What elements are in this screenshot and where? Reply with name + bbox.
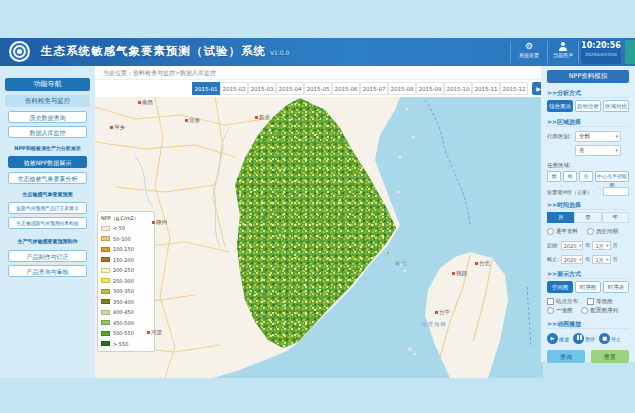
timeline-month[interactable]: 2015-09 <box>416 82 444 95</box>
display-mode-buttons: 空间图 时序图 时序表 <box>547 281 629 293</box>
timeline-month[interactable]: 2015-04 <box>276 82 304 95</box>
start-year-select[interactable]: 2020▾ <box>561 241 584 250</box>
city-marker <box>152 221 155 224</box>
app-header: 生态系统敏感气象要素预测（试验）系统V1.0.0 ⚙ 系统设置 当前用户 10:… <box>0 38 635 66</box>
chevron-down-icon: ▾ <box>615 132 618 141</box>
radio-yearly-data[interactable]: 逐年资料 <box>547 228 578 234</box>
end-year-select[interactable]: 2020▾ <box>561 255 584 264</box>
analysis-compare-button[interactable]: 区域对比 <box>603 100 629 112</box>
map-svg <box>95 97 543 378</box>
radio-map-sequence[interactable]: 配置图序列 <box>581 307 618 313</box>
display-mode-heading: >>展示方式 <box>547 269 629 279</box>
timeline-month[interactable]: 2015-06 <box>332 82 360 95</box>
city-marker <box>185 119 188 122</box>
city-marker <box>435 311 438 314</box>
timeline-month[interactable]: 2015-10 <box>444 82 472 95</box>
time-series-chart-button[interactable]: 时序图 <box>575 281 601 293</box>
timeline-month[interactable]: 2015-11 <box>472 82 500 95</box>
nav-section-sensitive-forecast: 生态敏感气象要素预测 <box>5 190 90 198</box>
timeline-month[interactable]: 2015-03 <box>248 82 276 95</box>
start-date-row: 起始: 2020▾ 年 1月▾ 月 <box>547 240 629 250</box>
breadcrumb-text: 当前位置：资料检查与监控>数据入库监控 <box>103 69 216 76</box>
timeline-month[interactable]: 2015-02 <box>220 82 248 95</box>
month-unit: 月 <box>613 240 618 250</box>
start-month-select[interactable]: 1月▾ <box>592 241 610 250</box>
city-label: 台中 <box>435 309 450 315</box>
settings-button[interactable]: ⚙ 系统设置 <box>510 41 548 63</box>
chevron-down-icon: ▾ <box>615 146 618 155</box>
play-icon: ▶ <box>547 333 558 344</box>
legend-entry: 250-300 <box>101 276 151 287</box>
radio-history-period[interactable]: 历史同期 <box>587 228 618 234</box>
nav-item-product-edit[interactable]: 产品制作与订正 <box>8 250 87 262</box>
draw-polygon-button[interactable]: 面 <box>547 171 561 182</box>
buffer-radius-input[interactable] <box>603 187 629 196</box>
animation-play-button[interactable]: ▶ 播放 <box>547 333 569 344</box>
end-label: 截止: <box>547 254 559 264</box>
legend-entry: 500-550 <box>101 328 151 339</box>
time-select-heading: >>时间选择 <box>547 200 629 210</box>
animation-stop-button[interactable]: ■ 停止 <box>599 333 621 344</box>
app-title-text: 生态系统敏感气象要素预测（试验）系统 <box>41 44 266 58</box>
timeline-month[interactable]: 2015-08 <box>388 82 416 95</box>
start-label: 起始: <box>547 240 559 250</box>
map-canvas[interactable]: NPP（g.C/m2） < 50 50-100 100-150 150-200 … <box>95 97 543 378</box>
center-radius-button[interactable]: 中心点半径取图 <box>595 171 629 182</box>
date-display: 2020年4月25日 <box>581 52 621 58</box>
legend-swatch <box>101 226 110 231</box>
analysis-combined-button[interactable]: 综合展示 <box>547 100 573 112</box>
legend-swatch <box>101 331 110 336</box>
checkbox-isosurface[interactable]: 等值面 <box>587 298 613 304</box>
tab-year[interactable]: 年 <box>602 212 629 223</box>
city-label: 赣州 <box>152 219 167 225</box>
tab-month[interactable]: 月 <box>547 212 574 223</box>
animation-heading: >>动画播放 <box>547 319 629 329</box>
legend-entry: 350-400 <box>101 297 151 308</box>
draw-line-button[interactable]: 线 <box>563 171 577 182</box>
city-label: 南昌 <box>138 99 153 105</box>
nav-item-eco-weather-analysis[interactable]: 生态植被气象要素分析 <box>8 172 87 184</box>
time-series-table-button[interactable]: 时序表 <box>603 281 629 293</box>
timeline-month[interactable]: 2015-05 <box>304 82 332 95</box>
sea-label: 台湾海峡 <box>421 321 447 327</box>
nav-section-product-making: 生产气候敏感要素预测制作 <box>5 237 90 245</box>
custom-region-label: 任意区域: <box>547 162 571 168</box>
animation-pause-button[interactable]: 暂停 <box>573 333 595 344</box>
time-granularity-tabs: 月 季 年 <box>547 212 629 223</box>
reset-button[interactable]: 重置 <box>591 350 629 363</box>
timeline-month[interactable]: 2015-07 <box>360 82 388 95</box>
radio-single-map[interactable]: 一张图 <box>547 307 573 313</box>
end-date-row: 截止: 2020▾ 年 1月▾ 月 <box>547 254 629 264</box>
nav-title: 功能导航 <box>5 78 90 91</box>
nav-item-product-review[interactable]: 产品查询与审核 <box>8 265 87 277</box>
draw-point-button[interactable]: 点 <box>579 171 593 182</box>
nav-item-npp-display[interactable]: 植被NPP数据展示 <box>8 156 87 168</box>
nav-item-forecast-verification[interactable]: 生态敏感期气候预测结果检验 <box>8 217 87 229</box>
tab-quarter[interactable]: 季 <box>574 212 601 223</box>
panel-title: NPP资料模拟 <box>547 70 629 83</box>
timeline-month[interactable]: 2015-12 <box>500 82 528 95</box>
legend-swatch <box>101 320 110 325</box>
nav-item-ingest-monitor[interactable]: 数据入库监控 <box>8 126 87 138</box>
legend-swatch <box>101 247 110 252</box>
admin-region-select[interactable]: 全部▾ <box>575 131 621 142</box>
city-label: 新余 <box>255 114 270 120</box>
custom-region-row: 任意区域: <box>547 161 629 168</box>
header-edge-button[interactable] <box>625 40 635 64</box>
page-title: 生态系统敏感气象要素预测（试验）系统V1.0.0 <box>41 44 289 59</box>
legend-swatch <box>101 236 110 241</box>
checkbox-station-distribution[interactable]: 站点分布 <box>547 298 578 304</box>
nav-item-shortterm-correction[interactable]: 短期气候预测产品订正及展示 <box>8 202 87 214</box>
analysis-auto-button[interactable]: 自动分析 <box>575 100 601 112</box>
timeline-month[interactable]: 2015-01 <box>192 82 220 95</box>
nav-item-history-query[interactable]: 历史数据查询 <box>8 111 87 123</box>
legend-entry: 450-500 <box>101 318 151 329</box>
spatial-map-button[interactable]: 空间图 <box>547 281 573 293</box>
query-button[interactable]: 查询 <box>547 350 585 363</box>
checkbox-icon <box>547 298 554 305</box>
county-select[interactable]: 县▾ <box>575 145 621 156</box>
end-month-select[interactable]: 1月▾ <box>592 255 610 264</box>
current-user-button[interactable]: 当前用户 <box>548 41 579 63</box>
city-label: 宜春 <box>185 117 200 123</box>
app-window: 生态系统敏感气象要素预测（试验）系统V1.0.0 ⚙ 系统设置 当前用户 10:… <box>0 0 635 413</box>
